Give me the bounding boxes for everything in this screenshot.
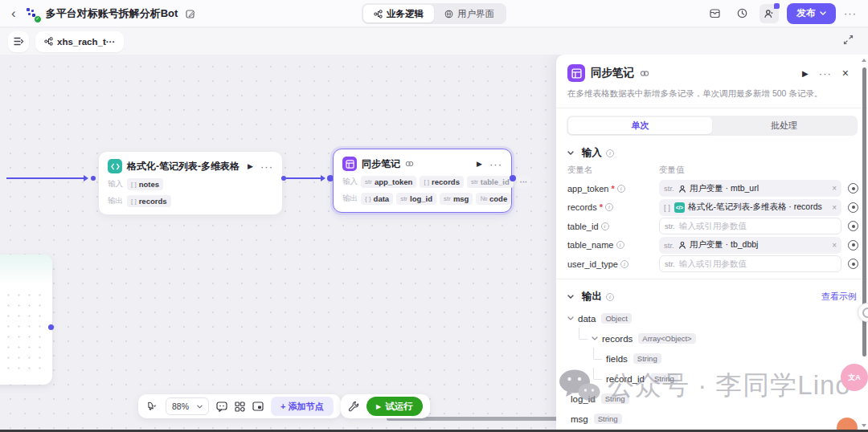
open-sidebar-icon[interactable] xyxy=(8,31,29,52)
param-chip[interactable]: [ ]records xyxy=(127,195,171,207)
tab-business-logic-label: 业务逻辑 xyxy=(387,8,424,20)
param-chip[interactable]: strapp_token xyxy=(361,176,416,188)
fullscreen-icon[interactable] xyxy=(843,35,854,45)
param-chip[interactable]: strtable_id xyxy=(467,176,514,188)
close-panel-icon[interactable]: × xyxy=(842,67,849,79)
tab-business-logic[interactable]: 业务逻辑 xyxy=(363,5,434,22)
history-icon[interactable] xyxy=(732,4,751,23)
tab-user-interface[interactable]: 用户界面 xyxy=(434,5,505,22)
output-tree-row[interactable]: msg String xyxy=(556,409,868,429)
panel-title: 同步笔记 xyxy=(591,66,634,80)
mode-tabs: 单次 批处理 xyxy=(567,116,858,136)
value-input[interactable]: str. 用户变量 · mtb_url × xyxy=(659,180,841,197)
panel-more-icon[interactable]: ··· xyxy=(819,67,832,79)
run-node-icon[interactable]: ▶ xyxy=(477,160,482,168)
auto-layout-icon[interactable] xyxy=(235,401,245,412)
view-example-link[interactable]: 查看示例 xyxy=(821,291,857,303)
collapse-icon[interactable] xyxy=(567,316,574,320)
param-chip[interactable]: strmsg xyxy=(440,193,473,205)
node-more-icon[interactable]: ··· xyxy=(489,158,502,170)
more-menu-icon[interactable]: ··· xyxy=(844,7,857,19)
input-section-title: 输入 xyxy=(582,146,602,160)
workflow-tab-bar: xhs_rach_t··· xyxy=(0,28,868,55)
reference-select-icon[interactable] xyxy=(848,183,858,194)
reference-select-icon[interactable] xyxy=(848,221,858,231)
partial-node[interactable] xyxy=(0,255,52,385)
output-tree-row[interactable]: records Array<Object> xyxy=(556,328,868,348)
column-value-header: 变量值 xyxy=(659,165,685,176)
publish-label: 发布 xyxy=(796,6,816,20)
tab-single[interactable]: 单次 xyxy=(568,117,712,134)
comment-icon[interactable] xyxy=(216,401,227,412)
zoom-level-select[interactable]: 88% xyxy=(166,397,209,415)
minimap-icon[interactable] xyxy=(252,401,264,411)
param-chip[interactable]: [ ]notes xyxy=(127,178,163,190)
edit-title-icon[interactable] xyxy=(186,9,195,18)
node-config-panel: 同步笔记 ▶ ··· × 在多维表格数据表中新增多条记录，单次调用最多新增 50… xyxy=(556,55,868,432)
partial-node-port[interactable] xyxy=(48,324,54,330)
debug-tools-icon[interactable] xyxy=(348,401,359,412)
play-icon: ▶ xyxy=(376,403,381,410)
value-input[interactable]: [ ] </>格式化-笔记列表-多维表格 · records × xyxy=(659,199,841,216)
output-tree-row[interactable]: log_id String xyxy=(556,389,868,409)
param-chip[interactable]: [ ]records xyxy=(420,176,464,188)
node-format-note-list[interactable]: 格式化-笔记列表-多维表格 ▶ ··· 输入 [ ]notes 输出 [ ]re… xyxy=(98,151,283,215)
column-name-header: 变量名 xyxy=(567,165,659,176)
node1-output-port[interactable] xyxy=(281,176,286,181)
collapse-icon[interactable] xyxy=(567,151,574,155)
tab-batch[interactable]: 批处理 xyxy=(712,117,856,134)
scroll-up-arrow[interactable] xyxy=(862,59,866,62)
value-input[interactable]: str. 输入或引用参数值 xyxy=(659,218,841,234)
ui-icon xyxy=(444,10,453,18)
scroll-down-arrow[interactable] xyxy=(862,424,866,427)
table-node-icon xyxy=(342,157,357,171)
collapse-icon[interactable] xyxy=(592,336,598,340)
code-node-icon xyxy=(108,159,122,173)
add-node-button[interactable]: + 添加节点 xyxy=(271,397,333,416)
published-check-icon: ✓ xyxy=(34,15,42,23)
resource-box-icon[interactable] xyxy=(705,4,724,23)
collapse-icon[interactable] xyxy=(567,295,574,299)
link-icon[interactable] xyxy=(640,70,649,77)
run-node-icon[interactable]: ▶ xyxy=(248,162,253,170)
reference-select-icon[interactable] xyxy=(848,259,858,269)
reference-select-icon[interactable] xyxy=(848,240,858,251)
more-params-chip[interactable]: ··· xyxy=(517,176,531,188)
output-tree-row[interactable]: data Object xyxy=(556,308,868,328)
panel-description: 在多维表格数据表中新增多条记录，单次调用最多新增 500 条记录。 xyxy=(556,82,868,108)
node-title: 格式化-笔记列表-多维表格 xyxy=(127,160,240,173)
test-run-button[interactable]: ▶ 试运行 xyxy=(366,397,423,416)
clear-value-icon[interactable]: × xyxy=(832,241,837,250)
tree-guide xyxy=(579,328,588,340)
clear-value-icon[interactable]: × xyxy=(832,184,837,193)
output-tree-row[interactable]: record_id String xyxy=(556,369,868,389)
output-section-title: 输出 xyxy=(582,290,602,304)
value-input[interactable]: str. 输入或引用参数值 xyxy=(659,255,841,272)
node1-input-port[interactable] xyxy=(91,176,96,181)
collaborators-icon[interactable] xyxy=(760,4,779,23)
param-chip[interactable]: { }data xyxy=(361,193,393,205)
node-title: 同步笔记 xyxy=(362,157,400,171)
output-tree-row[interactable]: fields String xyxy=(556,348,868,369)
bot-avatar: ✓ xyxy=(24,6,39,21)
info-icon: i xyxy=(601,222,609,230)
chevron-down-icon xyxy=(820,11,826,15)
clear-value-icon[interactable]: × xyxy=(832,203,837,212)
node-sync-notes[interactable]: 同步笔记 ▶ ··· 输入 strapp_token [ ]records st… xyxy=(333,149,512,213)
node-output-label: 输出 xyxy=(342,194,358,204)
translate-fab[interactable]: 文A xyxy=(841,364,868,391)
value-input[interactable]: str. 用户变量 · tb_dbbj × xyxy=(659,237,841,254)
pointer-mode-icon[interactable] xyxy=(145,401,158,412)
back-button[interactable]: ‹ xyxy=(11,6,16,20)
param-chip[interactable]: strlog_id xyxy=(396,193,436,205)
node-output-label: 输出 xyxy=(108,196,123,206)
table-node-icon xyxy=(567,64,585,82)
edge-wire xyxy=(286,177,321,179)
publish-button[interactable]: 发布 xyxy=(787,3,836,24)
workflow-tab[interactable]: xhs_rach_t··· xyxy=(35,31,124,52)
run-node-icon[interactable]: ▶ xyxy=(802,69,809,78)
param-chip[interactable]: №code xyxy=(476,193,511,205)
node2-output-port[interactable] xyxy=(510,175,516,181)
reference-select-icon[interactable] xyxy=(848,202,858,213)
node-more-icon[interactable]: ··· xyxy=(260,161,273,173)
